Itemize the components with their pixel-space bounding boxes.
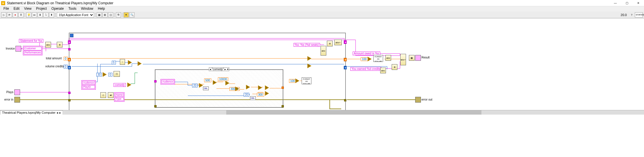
three-hundred-const[interactable]: 300 [257,93,264,97]
menu-edit[interactable]: Edit [11,6,22,11]
menu-window[interactable]: Window [79,6,96,11]
line-fmt-const[interactable]: %s: %s (%d seats) [294,43,320,47]
error-out-terminal[interactable] [415,97,421,103]
step-out-button[interactable]: ⬆ [49,12,54,17]
invoice-terminal[interactable] [15,46,21,52]
case-prev-icon[interactable]: ◂ [209,68,212,71]
add-10000[interactable]: + [225,81,229,85]
greater-20[interactable]: > [246,85,250,89]
step-over-button[interactable]: ⤵ [43,12,48,17]
select-amount[interactable]: ? [258,85,262,90]
variant-lookup[interactable]: ◇ [100,92,106,98]
equals-comedy[interactable]: = [127,83,131,87]
format-string-1[interactable]: abc [45,42,51,48]
build-result[interactable]: ▦ [409,55,415,61]
minimize-button[interactable]: — [610,0,621,6]
case-next-icon[interactable]: ▸ [224,68,227,71]
subtract-1[interactable]: − [103,72,107,77]
concat-all[interactable]: abc+ [400,54,406,65]
error-in-terminal[interactable] [14,97,20,103]
you-earned-const[interactable]: You earned %d credits [350,67,381,71]
variant-to-data[interactable]: ⇄ [108,92,114,98]
align-button[interactable]: ▦ [97,12,102,17]
tab-prev-icon[interactable]: ◂ [56,111,58,115]
menu-help[interactable]: Help [95,6,107,11]
select-credits[interactable]: ? [138,61,142,66]
block-diagram-canvas[interactable]: Invoice Plays error in Statement for %s … [0,18,447,110]
play-name-field[interactable]: Name [115,93,124,97]
max-node[interactable]: ⌈⌉ [114,71,120,77]
tunnel-perf-array[interactable] [68,48,71,50]
total-amount-init[interactable]: 0 [64,57,68,60]
divide-100-b[interactable]: ÷ [368,57,372,61]
perf-playid-field[interactable]: PlayID [82,85,95,89]
hundred-a-const[interactable]: 100 [289,79,296,83]
format-amount[interactable]: abc [385,55,391,61]
invoice-unbundle[interactable]: Customer Performances [23,46,42,55]
format-dollar-b[interactable]: FORMAT AS DOLLAR [373,55,383,62]
case-error-in[interactable] [154,105,157,107]
close-button[interactable]: ✕ [633,0,644,6]
resize-button[interactable]: ◫ [108,12,113,17]
subtract-20[interactable]: − [199,83,203,88]
horizontal-scrollbar-thumb[interactable] [226,110,481,115]
shift-reg-amount-right[interactable]: ◂ [344,58,347,61]
statement-for-constant[interactable]: Statement for %s [19,39,43,43]
result-terminal[interactable] [415,55,421,61]
add-credits-1[interactable]: + [128,60,132,65]
case-menu-icon[interactable]: ▾ [227,68,229,71]
cleanup-button[interactable]: ✦ [124,12,129,17]
menu-operate[interactable]: Operate [49,6,66,11]
tab-next-icon[interactable]: ▸ [59,111,61,115]
add-total[interactable]: + [307,56,311,61]
twenty-a-const[interactable]: 20 [192,84,198,87]
multiply-300[interactable]: × [265,91,269,96]
concat-line[interactable]: ⊕ [327,41,333,46]
menu-tools[interactable]: Tools [66,6,79,11]
divide-100-a[interactable]: ÷ [295,78,299,83]
twenty-b-const[interactable]: 20 [244,93,249,97]
format-dollar-a[interactable]: FORMAT AS DOLLAR [302,77,311,84]
tunnel-error-in[interactable] [68,99,71,101]
add-30000[interactable]: + [235,87,239,91]
five-const[interactable]: 5 [112,61,116,64]
concat-string-1[interactable]: ⊕ [57,42,63,48]
append-string[interactable]: abc+ [334,40,342,45]
audience-unbundle[interactable]: Audience [161,79,175,85]
abort-button[interactable]: ● [13,12,18,17]
comedy-const[interactable]: comedy [114,83,126,87]
pause-button[interactable]: Ⅱ [18,12,24,17]
highlight-button[interactable]: 💡 [26,12,31,17]
project-tab[interactable]: Theatrical Players.lvproj/My Computer ◂ … [0,110,63,115]
audience-field[interactable]: Audience [161,80,174,84]
menu-file[interactable]: File [1,6,11,11]
plays-terminal[interactable] [14,89,20,95]
shift-reg-credits-right[interactable]: ◂ [344,66,347,69]
perf-audience-field[interactable]: Audience [82,81,95,85]
case-error-out[interactable] [282,105,284,107]
tunnel-plays[interactable] [68,92,71,94]
to-dbl-1[interactable]: DBL [203,87,209,90]
distribute-button[interactable]: ⊞ [102,12,108,17]
five-hundred-const[interactable]: 500 [204,78,211,82]
zero-max-const[interactable]: 0 [108,73,112,76]
menu-view[interactable]: View [22,6,34,11]
multiply-500[interactable]: × [213,80,217,85]
case-structure-comedy[interactable]: ◂ "comedy" ▸ ▾ Audience [155,69,283,108]
invoice-performances-field[interactable]: Performances [24,51,42,54]
add-amounts[interactable]: + [265,85,269,90]
play-unbundle[interactable]: Name Type [114,92,124,102]
play-type-field[interactable]: Type [115,97,124,101]
run-cont-button[interactable]: ⟳ [7,12,12,17]
help-button[interactable]: ? [629,12,634,17]
to-dbl-2[interactable]: DBL [250,96,256,100]
horizontal-scrollbar[interactable] [64,110,644,115]
shift-reg-amount-left[interactable]: ▸ [68,58,71,61]
format-into-string-line[interactable]: abc [321,46,326,56]
shift-reg-credits-left[interactable]: ▸ [68,66,71,69]
concat-final-2[interactable]: ⊕ [392,64,397,70]
case-in-cluster[interactable] [154,80,157,83]
maximize-button[interactable]: ▢ [621,0,633,6]
reorder-button[interactable]: ⧉ [116,12,121,17]
thirty-const[interactable]: 30 [96,73,102,76]
